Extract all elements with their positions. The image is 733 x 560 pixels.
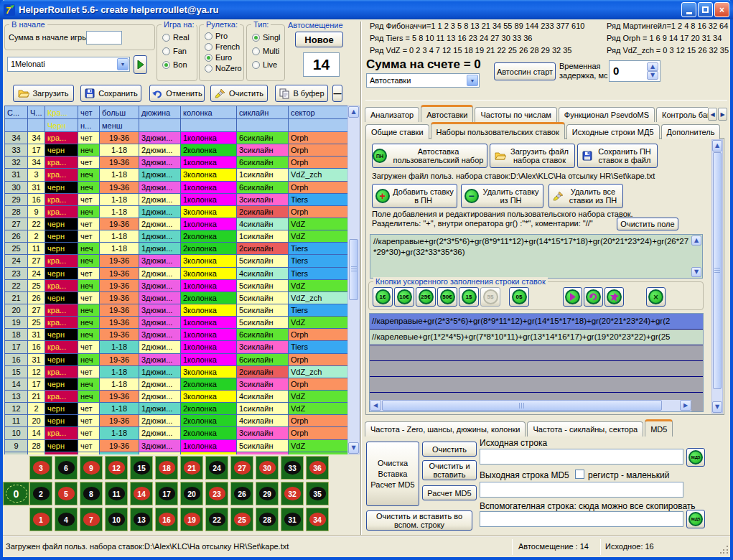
minimize-button[interactable] [681,2,696,17]
add-bet-button[interactable]: + Добавить ставку в ПН [372,184,457,208]
board-cell-32[interactable]: 32 [281,482,303,505]
board-cell-26[interactable]: 26 [231,482,253,505]
list-hscrollbar-thumb[interactable] [382,400,662,411]
radio-Bon[interactable]: Bon [162,60,197,69]
board-cell-20[interactable]: 20 [181,482,202,505]
board-cell-22[interactable]: 22 [206,508,228,531]
tab-Общие ставки[interactable]: Общие ставки [365,124,429,139]
save-betfile-button[interactable]: Сохранить ПН ставок в файл [577,144,658,168]
coin-button-25€[interactable]: 25€ [416,287,436,307]
board-cell-10[interactable]: 10 [106,508,127,531]
board-cell-5[interactable]: 5 [55,482,77,505]
board-cell-1[interactable]: 1 [30,508,52,531]
copy-to-buffer-button[interactable]: В буфер [275,85,328,102]
board-cell-7[interactable]: 7 [80,508,102,531]
scroll-up-icon[interactable]: ▲ [712,140,722,151]
board-cell-29[interactable]: 29 [256,482,278,505]
resize-grip[interactable] [720,545,729,554]
tab-MD5[interactable]: MD5 [645,419,673,437]
board-cell-33[interactable]: 33 [281,457,303,479]
tab-Функционал PsevdoMS[interactable]: Функционал PsevdoMS [559,107,655,122]
board-cell-21[interactable]: 21 [181,457,202,479]
tab-Дополнитель[interactable]: Дополнитель [661,124,721,139]
board-cell-8[interactable]: 8 [80,482,102,505]
spinner-down-icon[interactable]: ▼ [647,71,658,80]
board-cell-35[interactable]: 35 [307,482,328,505]
md5-aux-run-button[interactable]: МД5 [686,510,705,528]
preset-combobox[interactable]: 1Melonati ▼ [7,57,130,72]
tab-Контроль банкро[interactable]: Контроль банкро [656,107,708,122]
coin-button-1€[interactable]: 1€ [373,287,393,307]
board-cell-3[interactable]: 3 [30,457,52,479]
new-button[interactable]: Новое [295,32,343,47]
board-cell-12[interactable]: 12 [106,457,127,479]
tab-Наборы пользовательских ставок[interactable]: Наборы пользовательских ставок [431,122,565,139]
quick-play-button[interactable] [563,287,582,307]
autospin-start-button[interactable]: Автоспин старт [494,62,556,80]
radio-Euro[interactable]: Euro [205,53,243,62]
run-preset-button[interactable] [134,55,147,74]
clear-field-button[interactable]: Очистить поле [617,218,678,230]
quick-transform-button[interactable] [604,287,624,307]
md5-stack-button[interactable]: Очистка Вставка Расчет MD5 [366,442,419,506]
coin-button-10€[interactable]: 10€ [394,287,414,307]
radio-Real[interactable]: Real [162,33,197,42]
load-button[interactable]: Загрузить [13,85,74,102]
md5-output-input[interactable] [480,482,683,498]
board-cell-9[interactable]: 9 [80,457,102,479]
board-cell-23[interactable]: 23 [206,482,228,505]
lowercase-checkbox[interactable] [575,470,584,479]
board-cell-15[interactable]: 15 [131,457,152,479]
radio-NoZero[interactable]: NoZero [205,64,243,73]
coin-button-1$[interactable]: 1$ [459,287,479,307]
radio-Live[interactable]: Live [252,60,284,69]
board-cell-4[interactable]: 4 [55,508,77,531]
autoset-user-button[interactable]: ПН Автоставка пользовательский набор [372,144,487,168]
board-cell-11[interactable]: 11 [106,482,127,505]
edit-scroll-down-icon[interactable]: ▼ [691,267,701,277]
board-cell-13[interactable]: 13 [131,508,152,531]
coin-button-5$[interactable]: 5$ [480,287,500,307]
board-cell-0[interactable]: 0 [4,482,29,505]
md5-calc-button[interactable]: Расчет MD5 [422,485,477,500]
radio-French[interactable]: French [205,42,243,51]
scroll-down-icon[interactable]: ▼ [712,401,722,413]
board-cell-34[interactable]: 34 [307,508,328,531]
board-cell-24[interactable]: 24 [206,457,228,479]
tab-Частота - Zero, шансы, дюжины, колонки[interactable]: Частота - Zero, шансы, дюжины, колонки [365,421,526,437]
spinner-up-icon[interactable]: ▲ [647,62,658,71]
board-cell-25[interactable]: 25 [231,508,253,531]
save-button[interactable]: Сохранить [80,85,141,102]
board-cell-27[interactable]: 27 [231,457,253,479]
tab-Частота - сиклайны, сектора[interactable]: Частота - сиклайны, сектора [527,421,643,437]
delay-spinner[interactable]: 0 ▲ ▼ [609,60,660,82]
maximize-button[interactable] [698,2,713,17]
mode-combobox[interactable]: Автоставки ▼ [366,73,480,88]
board-cell-28[interactable]: 28 [256,508,278,531]
board-cell-16[interactable]: 16 [156,508,177,531]
bet-list-row[interactable]: //кареправые+gr(2*3*5*6)+gr(8*9*11*12)+g… [370,314,703,330]
board-cell-30[interactable]: 30 [256,457,278,479]
panel-scrollbar[interactable]: ▲ ▼ [711,139,723,414]
tab-scroll-left-icon[interactable]: ◀ [708,108,717,121]
radio-Pro[interactable]: Pro [205,32,243,40]
board-cell-6[interactable]: 6 [55,457,77,479]
remove-all-bets-button[interactable]: Удалить все ставки из ПН [548,184,623,208]
coin-button-50€[interactable]: 50€ [437,287,457,307]
board-cell-2[interactable]: 2 [30,482,52,505]
start-sum-input[interactable] [86,31,122,45]
tab-Автоставки[interactable]: Автоставки [421,105,473,122]
board-cell-17[interactable]: 17 [156,482,177,505]
radio-Multi[interactable]: Multi [252,47,284,55]
bet-edit-field[interactable]: //кареправые+gr(2*3*5*6)+gr(8*9*11*12)+g… [370,234,703,279]
scroll-up-icon[interactable]: ▲ [348,106,359,118]
scroll-right-icon[interactable]: ▶ [680,400,691,411]
md5-source-input[interactable] [480,449,683,465]
quick-repeat-button[interactable] [584,287,603,307]
md5-clear-paste-button[interactable]: Очистить и вставить [422,460,477,480]
md5-clear-paste-aux-button[interactable]: Очистить и вставить во вспом. строку [366,510,472,531]
tab-Исходные строки МД5[interactable]: Исходные строки МД5 [566,124,660,139]
md5-aux-input[interactable] [480,511,683,527]
board-cell-36[interactable]: 36 [307,457,328,479]
radio-Fan[interactable]: Fan [162,47,197,55]
